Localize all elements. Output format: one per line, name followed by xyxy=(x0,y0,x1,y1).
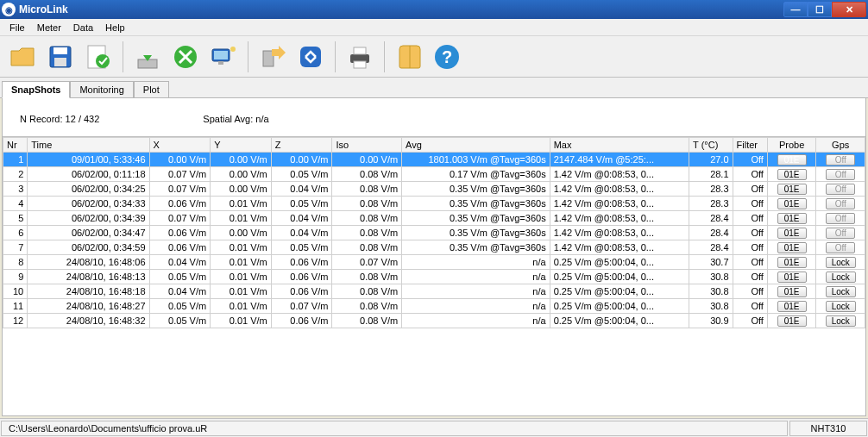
table-header-row: Nr Time X Y Z Iso Avg Max T (°C) Filter … xyxy=(3,138,865,153)
save-button[interactable] xyxy=(43,40,78,74)
toolbar-separator xyxy=(248,41,248,72)
col-avg[interactable]: Avg xyxy=(402,138,550,153)
table-row[interactable]: 924/08/10, 16:48:130.05 V/m0.01 V/m0.06 … xyxy=(3,270,865,284)
probe-button[interactable]: 01E xyxy=(777,184,807,195)
table-row[interactable]: 506/02/00, 0:34:390.07 V/m0.01 V/m0.04 V… xyxy=(3,211,865,226)
status-bar: C:\Users\Leonardo\Documents\ufficio prov… xyxy=(0,418,868,437)
table-row[interactable]: 1224/08/10, 16:48:320.05 V/m0.01 V/m0.06… xyxy=(3,314,865,328)
col-iso[interactable]: Iso xyxy=(332,138,402,153)
gps-button[interactable]: Off xyxy=(826,184,855,195)
svg-text:?: ? xyxy=(442,47,452,66)
help-button[interactable]: ? xyxy=(430,40,464,74)
validate-button[interactable] xyxy=(81,40,116,74)
gps-button[interactable]: Lock xyxy=(826,301,856,312)
table-row[interactable]: 109/01/00, 5:33:460.00 V/m0.00 V/m0.00 V… xyxy=(3,153,865,167)
export-button[interactable] xyxy=(255,40,290,74)
probe-button[interactable]: 01E xyxy=(777,286,807,297)
probe-button[interactable]: 01E xyxy=(777,272,807,283)
settings-button[interactable] xyxy=(168,40,203,74)
toolbar-separator xyxy=(384,41,385,72)
gps-button[interactable]: Off xyxy=(826,242,855,253)
probe-button[interactable]: 01E xyxy=(777,154,807,165)
tab-snapshots[interactable]: SnapShots xyxy=(2,81,70,98)
status-file-path: C:\Users\Leonardo\Documents\ufficio prov… xyxy=(1,421,788,436)
download-button[interactable] xyxy=(130,40,165,74)
gps-button[interactable]: Lock xyxy=(826,272,856,283)
manual-button[interactable] xyxy=(392,40,426,74)
table-row[interactable]: 206/02/00, 0:11:180.07 V/m0.00 V/m0.05 V… xyxy=(3,167,865,182)
app-icon: ◉ xyxy=(2,3,16,16)
info-row: N Record: 12 / 432 Spatial Avg: n/a xyxy=(3,98,865,136)
tab-plot[interactable]: Plot xyxy=(134,81,169,97)
spatial-avg-label: Spatial Avg: n/a xyxy=(203,114,268,124)
open-file-button[interactable] xyxy=(5,40,40,74)
tab-bar: SnapShots Monitoring Plot xyxy=(0,78,868,98)
gps-button[interactable]: Off xyxy=(826,198,855,209)
table-row[interactable]: 406/02/00, 0:34:330.06 V/m0.01 V/m0.05 V… xyxy=(3,197,865,211)
gps-button[interactable]: Off xyxy=(826,213,855,224)
tab-monitoring[interactable]: Monitoring xyxy=(70,81,133,97)
col-t[interactable]: T (°C) xyxy=(689,138,733,153)
col-max[interactable]: Max xyxy=(550,138,689,153)
nrecord-label: N Record: 12 / 432 xyxy=(20,114,99,124)
close-button[interactable]: ✕ xyxy=(832,2,866,17)
print-button[interactable] xyxy=(343,40,377,74)
probe-button[interactable]: 01E xyxy=(777,198,807,209)
svg-rect-16 xyxy=(354,47,366,54)
status-device-model: NHT310 xyxy=(789,421,867,436)
col-z[interactable]: Z xyxy=(271,138,332,153)
probe-button[interactable]: 01E xyxy=(777,213,807,224)
menu-data[interactable]: Data xyxy=(67,21,99,34)
svg-rect-11 xyxy=(218,61,223,65)
probe-button[interactable]: 01E xyxy=(777,169,807,180)
gps-button[interactable]: Lock xyxy=(826,315,856,327)
toolbar: ? xyxy=(0,36,868,78)
svg-point-4 xyxy=(96,54,110,68)
table-row[interactable]: 824/08/10, 16:48:060.04 V/m0.01 V/m0.06 … xyxy=(3,255,865,270)
svg-rect-2 xyxy=(54,58,66,66)
sync-button[interactable] xyxy=(293,40,328,74)
menu-file[interactable]: File xyxy=(3,21,31,34)
content-pane: N Record: 12 / 432 Spatial Avg: n/a Nr T… xyxy=(2,98,866,416)
probe-button[interactable]: 01E xyxy=(777,242,807,253)
gps-button[interactable]: Off xyxy=(826,169,855,180)
svg-rect-1 xyxy=(53,47,67,54)
table-row[interactable]: 606/02/00, 0:34:470.06 V/m0.00 V/m0.04 V… xyxy=(3,226,865,240)
toolbar-separator xyxy=(123,41,123,72)
table-row[interactable]: 306/02/00, 0:34:250.07 V/m0.00 V/m0.04 V… xyxy=(3,182,865,197)
table-row[interactable]: 1024/08/10, 16:48:180.04 V/m0.01 V/m0.06… xyxy=(3,284,865,299)
toolbar-separator xyxy=(335,41,336,72)
table-row[interactable]: 1124/08/10, 16:48:270.05 V/m0.01 V/m0.07… xyxy=(3,299,865,314)
probe-button[interactable]: 01E xyxy=(777,228,807,239)
probe-button[interactable]: 01E xyxy=(777,257,807,268)
col-gps[interactable]: Gps xyxy=(816,138,865,153)
probe-button[interactable]: 01E xyxy=(777,301,807,312)
gps-button[interactable]: Lock xyxy=(826,257,856,268)
svg-rect-10 xyxy=(214,51,228,59)
minimize-button[interactable]: — xyxy=(783,2,808,17)
col-filter[interactable]: Filter xyxy=(733,138,767,153)
svg-point-12 xyxy=(230,47,236,52)
window-buttons: — ☐ ✕ xyxy=(783,2,866,17)
col-probe[interactable]: Probe xyxy=(767,138,816,153)
svg-rect-14 xyxy=(300,47,321,67)
data-grid[interactable]: Nr Time X Y Z Iso Avg Max T (°C) Filter … xyxy=(3,136,865,415)
gps-button[interactable]: Off xyxy=(826,154,855,165)
maximize-button[interactable]: ☐ xyxy=(808,2,832,17)
title-bar: ◉ MicroLink — ☐ ✕ xyxy=(0,0,868,19)
window-title: MicroLink xyxy=(19,3,783,16)
menu-meter[interactable]: Meter xyxy=(31,21,67,34)
col-nr[interactable]: Nr xyxy=(3,138,28,153)
col-time[interactable]: Time xyxy=(28,138,149,153)
gps-button[interactable]: Off xyxy=(826,228,855,239)
col-x[interactable]: X xyxy=(149,138,211,153)
display-button[interactable] xyxy=(206,40,241,74)
probe-button[interactable]: 01E xyxy=(777,315,807,327)
table-row[interactable]: 706/02/00, 0:34:590.06 V/m0.01 V/m0.05 V… xyxy=(3,240,865,255)
svg-rect-17 xyxy=(354,61,366,68)
gps-button[interactable]: Lock xyxy=(826,286,856,297)
menu-bar: File Meter Data Help xyxy=(0,19,868,36)
menu-help[interactable]: Help xyxy=(99,21,131,34)
col-y[interactable]: Y xyxy=(211,138,272,153)
